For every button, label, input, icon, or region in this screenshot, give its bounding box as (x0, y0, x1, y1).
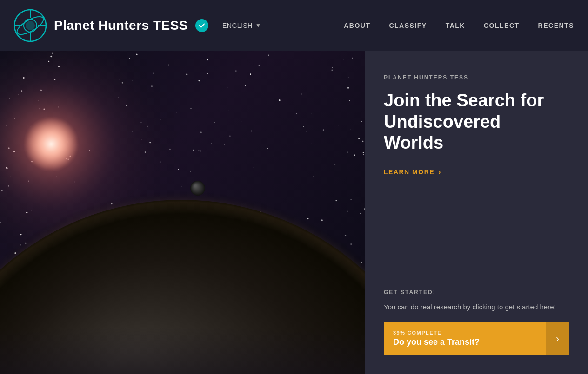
hero-image (0, 51, 365, 374)
main-content: PLANET HUNTERS TESS Join the Search for … (0, 51, 588, 374)
arrow-right-icon: › (438, 168, 441, 176)
get-started-desc: You can do real research by clicking to … (384, 302, 569, 313)
project-label: PLANET HUNTERS TESS (384, 74, 569, 81)
logo-area: Planet Hunters TESS (14, 9, 208, 42)
language-label: ENGLISH (222, 22, 253, 29)
nav-talk[interactable]: TALK (446, 22, 465, 29)
classify-cta-button[interactable]: 39% COMPLETE Do you see a Transit? › (384, 322, 569, 355)
get-started-section: GET STARTED! You can do real research by… (384, 289, 569, 356)
cta-content: 39% COMPLETE Do you see a Transit? (384, 322, 546, 355)
language-selector[interactable]: ENGLISH ▼ (222, 22, 261, 29)
cta-percent: 39% COMPLETE (393, 330, 536, 335)
site-header: Planet Hunters TESS ENGLISH ▼ ABOUT CLAS… (0, 0, 588, 51)
nav-recents[interactable]: RECENTS (538, 22, 574, 29)
cta-arrow-icon: › (546, 322, 569, 355)
site-logo (14, 9, 47, 42)
hero-heading: Join the Search for Undiscovered Worlds (384, 90, 569, 154)
chevron-down-icon: ▼ (255, 22, 261, 29)
nav-about[interactable]: ABOUT (344, 22, 370, 29)
hero-canvas (0, 51, 365, 374)
verified-icon (195, 19, 208, 32)
site-title: Planet Hunters TESS (54, 18, 188, 33)
cta-text: Do you see a Transit? (393, 337, 536, 347)
get-started-label: GET STARTED! (384, 289, 569, 295)
info-panel: PLANET HUNTERS TESS Join the Search for … (365, 51, 588, 374)
learn-more-label: LEARN MORE (384, 168, 434, 176)
nav-classify[interactable]: CLASSIFY (389, 22, 427, 29)
nav-collect[interactable]: COLLECT (484, 22, 520, 29)
svg-point-3 (26, 21, 35, 30)
main-nav: ABOUT CLASSIFY TALK COLLECT RECENTS (344, 22, 574, 29)
learn-more-link[interactable]: LEARN MORE › (384, 168, 569, 176)
